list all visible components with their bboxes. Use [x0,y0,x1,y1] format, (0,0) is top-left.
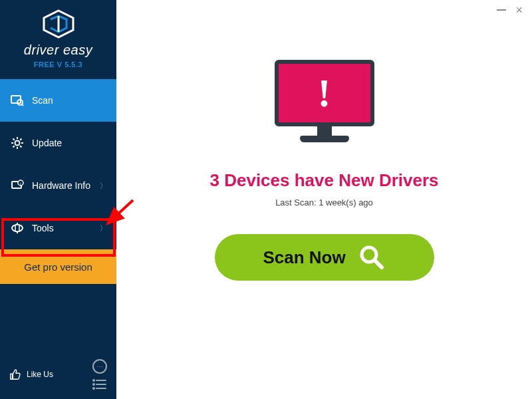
nav: Scan Update i Hardware Info 〉 Tools [0,79,116,249]
scan-now-button[interactable]: Scan Now [215,234,434,281]
last-scan-text: Last Scan: 1 week(s) ago [275,198,373,207]
svg-text:i: i [20,182,21,186]
minimize-icon [497,9,506,11]
sidebar: driver easy FREE V 5.5.3 Scan Update i [0,0,116,399]
sidebar-item-hardware-info[interactable]: i Hardware Info 〉 [0,164,116,207]
headline: 3 Devices have New Drivers [210,170,439,191]
brand-version: FREE V 5.5.3 [0,61,116,68]
menu-button[interactable] [92,379,107,390]
magnifier-icon [358,243,386,271]
feedback-button[interactable]: ⋯ [92,359,107,374]
like-us-button[interactable]: Like Us [9,368,53,380]
main-panel: ! 3 Devices have New Drivers Last Scan: … [116,0,532,399]
minimize-button[interactable] [497,9,506,11]
close-button[interactable]: × [515,4,523,16]
like-us-label: Like Us [27,370,53,379]
svg-line-10 [13,139,15,140]
svg-point-23 [93,384,94,385]
svg-rect-18 [15,225,19,231]
close-icon: × [515,4,523,16]
gear-icon [9,136,25,150]
sidebar-item-label: Tools [32,223,100,233]
sidebar-item-scan[interactable]: Scan [0,79,116,122]
monitor-graphic: ! [275,60,374,153]
hardware-info-icon: i [9,179,25,192]
svg-point-25 [93,388,94,389]
svg-line-13 [13,146,15,147]
get-pro-button[interactable]: Get pro version [0,249,116,284]
thumbs-up-icon [9,368,21,380]
speech-bubble-icon: ⋯ [96,363,103,370]
sidebar-item-label: Update [32,138,107,148]
svg-point-5 [15,141,20,146]
sidebar-bottom: Like Us ⋯ [0,352,116,399]
tools-icon [9,221,25,235]
svg-line-11 [20,146,21,147]
svg-line-28 [375,261,382,267]
get-pro-label: Get pro version [24,261,92,273]
sidebar-item-label: Scan [32,95,107,106]
chevron-right-icon: 〉 [100,223,107,233]
chevron-right-icon: 〉 [100,181,107,191]
sidebar-item-update[interactable]: Update [0,122,116,164]
brand-block: driver easy FREE V 5.5.3 [0,0,116,79]
sidebar-item-tools[interactable]: Tools 〉 [0,207,116,249]
svg-point-21 [93,380,94,381]
svg-line-4 [22,104,23,106]
scan-icon [9,94,25,107]
exclamation-icon: ! [318,70,331,116]
svg-line-12 [20,139,21,140]
logo-icon [41,9,76,39]
brand-name: driver easy [0,43,116,58]
sidebar-item-label: Hardware Info [32,180,100,191]
scan-now-label: Scan Now [263,247,345,268]
